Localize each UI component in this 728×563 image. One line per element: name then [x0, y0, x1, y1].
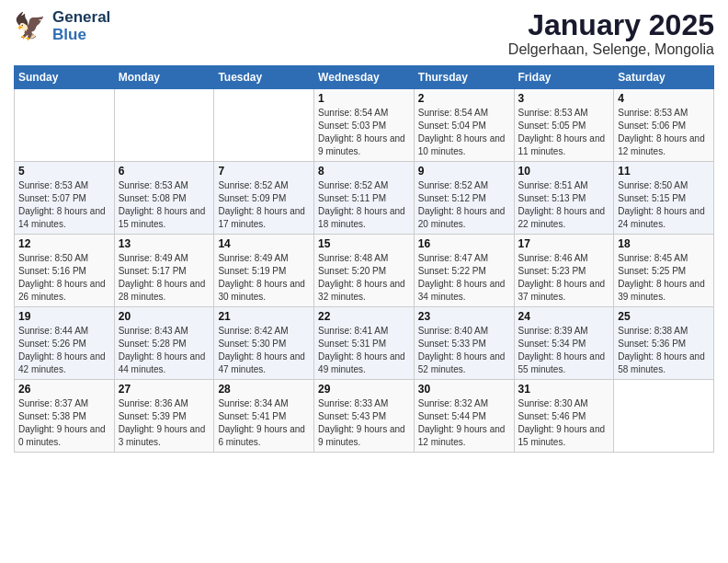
calendar-header: Sunday Monday Tuesday Wednesday Thursday…	[15, 66, 714, 89]
calendar-title: January 2025	[508, 9, 714, 41]
day-info: Sunrise: 8:49 AM Sunset: 5:19 PM Dayligh…	[218, 252, 310, 304]
calendar-cell: 30Sunrise: 8:32 AM Sunset: 5:44 PM Dayli…	[414, 380, 514, 453]
day-info: Sunrise: 8:49 AM Sunset: 5:17 PM Dayligh…	[119, 252, 210, 304]
calendar-cell: 26Sunrise: 8:37 AM Sunset: 5:38 PM Dayli…	[15, 380, 115, 453]
calendar-cell: 12Sunrise: 8:50 AM Sunset: 5:16 PM Dayli…	[15, 235, 115, 307]
calendar-cell: 22Sunrise: 8:41 AM Sunset: 5:31 PM Dayli…	[314, 307, 415, 380]
calendar-subtitle: Delgerhaan, Selenge, Mongolia	[508, 41, 714, 58]
day-number: 25	[618, 310, 710, 323]
day-number: 14	[218, 237, 310, 250]
calendar-cell: 2Sunrise: 8:54 AM Sunset: 5:04 PM Daylig…	[414, 89, 514, 162]
day-info: Sunrise: 8:30 AM Sunset: 5:46 PM Dayligh…	[518, 397, 610, 449]
day-info: Sunrise: 8:32 AM Sunset: 5:44 PM Dayligh…	[418, 397, 510, 449]
calendar-cell: 4Sunrise: 8:53 AM Sunset: 5:06 PM Daylig…	[614, 89, 714, 162]
day-info: Sunrise: 8:53 AM Sunset: 5:06 PM Dayligh…	[618, 107, 710, 158]
header-tuesday: Tuesday	[214, 66, 314, 89]
calendar-cell: 27Sunrise: 8:36 AM Sunset: 5:39 PM Dayli…	[114, 380, 214, 453]
day-info: Sunrise: 8:52 AM Sunset: 5:12 PM Dayligh…	[418, 179, 510, 231]
day-info: Sunrise: 8:42 AM Sunset: 5:30 PM Dayligh…	[218, 325, 310, 376]
day-number: 9	[418, 165, 510, 178]
calendar-cell: 17Sunrise: 8:46 AM Sunset: 5:23 PM Dayli…	[514, 235, 614, 307]
day-number: 3	[518, 92, 610, 105]
calendar-cell: 19Sunrise: 8:44 AM Sunset: 5:26 PM Dayli…	[15, 307, 115, 380]
day-info: Sunrise: 8:48 AM Sunset: 5:20 PM Dayligh…	[318, 252, 410, 304]
calendar-cell: 10Sunrise: 8:51 AM Sunset: 5:13 PM Dayli…	[514, 162, 614, 235]
day-info: Sunrise: 8:50 AM Sunset: 5:15 PM Dayligh…	[618, 179, 710, 231]
day-number: 15	[318, 237, 410, 250]
day-number: 23	[418, 310, 510, 323]
day-number: 10	[518, 165, 610, 178]
day-number: 22	[318, 310, 410, 323]
calendar-cell: 13Sunrise: 8:49 AM Sunset: 5:17 PM Dayli…	[114, 235, 214, 307]
day-number: 29	[318, 383, 410, 396]
calendar-cell: 14Sunrise: 8:49 AM Sunset: 5:19 PM Dayli…	[214, 235, 314, 307]
day-info: Sunrise: 8:53 AM Sunset: 5:05 PM Dayligh…	[518, 107, 610, 158]
header-saturday: Saturday	[614, 66, 714, 89]
calendar-cell	[614, 380, 714, 453]
day-number: 28	[218, 383, 310, 396]
day-info: Sunrise: 8:36 AM Sunset: 5:39 PM Dayligh…	[119, 397, 210, 449]
svg-text:🦅: 🦅	[14, 11, 46, 41]
calendar-cell: 5Sunrise: 8:53 AM Sunset: 5:07 PM Daylig…	[15, 162, 115, 235]
calendar-week-3: 12Sunrise: 8:50 AM Sunset: 5:16 PM Dayli…	[15, 235, 714, 307]
day-number: 7	[218, 165, 310, 178]
calendar-cell: 9Sunrise: 8:52 AM Sunset: 5:12 PM Daylig…	[414, 162, 514, 235]
day-info: Sunrise: 8:46 AM Sunset: 5:23 PM Dayligh…	[518, 252, 610, 304]
day-number: 13	[119, 237, 210, 250]
day-info: Sunrise: 8:52 AM Sunset: 5:11 PM Dayligh…	[318, 179, 410, 231]
calendar-cell: 16Sunrise: 8:47 AM Sunset: 5:22 PM Dayli…	[414, 235, 514, 307]
day-number: 17	[518, 237, 610, 250]
calendar-cell	[15, 89, 115, 162]
logo-line2: Blue	[52, 27, 110, 44]
day-number: 4	[618, 92, 710, 105]
day-number: 30	[418, 383, 510, 396]
header: 🦅 General Blue January 2025 Delgerhaan, …	[14, 9, 714, 58]
calendar-cell	[214, 89, 314, 162]
header-friday: Friday	[514, 66, 614, 89]
day-info: Sunrise: 8:34 AM Sunset: 5:41 PM Dayligh…	[218, 397, 310, 449]
day-number: 5	[18, 165, 110, 178]
calendar-cell: 21Sunrise: 8:42 AM Sunset: 5:30 PM Dayli…	[214, 307, 314, 380]
day-info: Sunrise: 8:39 AM Sunset: 5:34 PM Dayligh…	[518, 325, 610, 376]
day-info: Sunrise: 8:37 AM Sunset: 5:38 PM Dayligh…	[18, 397, 110, 449]
header-row: Sunday Monday Tuesday Wednesday Thursday…	[15, 66, 714, 89]
calendar-cell	[114, 89, 214, 162]
calendar-cell: 6Sunrise: 8:53 AM Sunset: 5:08 PM Daylig…	[114, 162, 214, 235]
day-info: Sunrise: 8:47 AM Sunset: 5:22 PM Dayligh…	[418, 252, 510, 304]
day-info: Sunrise: 8:45 AM Sunset: 5:25 PM Dayligh…	[618, 252, 710, 304]
day-number: 11	[618, 165, 710, 178]
logo: 🦅 General Blue	[14, 9, 110, 44]
day-number: 18	[618, 237, 710, 250]
logo-bird-icon: 🦅	[14, 9, 49, 44]
day-number: 19	[18, 310, 110, 323]
day-number: 8	[318, 165, 410, 178]
calendar-cell: 29Sunrise: 8:33 AM Sunset: 5:43 PM Dayli…	[314, 380, 415, 453]
day-number: 1	[318, 92, 410, 105]
day-number: 21	[218, 310, 310, 323]
logo-line1: General	[52, 9, 110, 27]
day-number: 20	[119, 310, 210, 323]
calendar-cell: 18Sunrise: 8:45 AM Sunset: 5:25 PM Dayli…	[614, 235, 714, 307]
day-info: Sunrise: 8:40 AM Sunset: 5:33 PM Dayligh…	[418, 325, 510, 376]
calendar-cell: 1Sunrise: 8:54 AM Sunset: 5:03 PM Daylig…	[314, 89, 415, 162]
day-number: 27	[119, 383, 210, 396]
day-info: Sunrise: 8:53 AM Sunset: 5:08 PM Dayligh…	[119, 179, 210, 231]
calendar-cell: 31Sunrise: 8:30 AM Sunset: 5:46 PM Dayli…	[514, 380, 614, 453]
calendar-week-4: 19Sunrise: 8:44 AM Sunset: 5:26 PM Dayli…	[15, 307, 714, 380]
calendar-week-5: 26Sunrise: 8:37 AM Sunset: 5:38 PM Dayli…	[15, 380, 714, 453]
page: 🦅 General Blue January 2025 Delgerhaan, …	[0, 0, 728, 563]
calendar-cell: 15Sunrise: 8:48 AM Sunset: 5:20 PM Dayli…	[314, 235, 415, 307]
day-info: Sunrise: 8:52 AM Sunset: 5:09 PM Dayligh…	[218, 179, 310, 231]
day-info: Sunrise: 8:43 AM Sunset: 5:28 PM Dayligh…	[119, 325, 210, 376]
calendar-cell: 24Sunrise: 8:39 AM Sunset: 5:34 PM Dayli…	[514, 307, 614, 380]
calendar-cell: 11Sunrise: 8:50 AM Sunset: 5:15 PM Dayli…	[614, 162, 714, 235]
day-info: Sunrise: 8:53 AM Sunset: 5:07 PM Dayligh…	[18, 179, 110, 231]
day-number: 16	[418, 237, 510, 250]
title-block: January 2025 Delgerhaan, Selenge, Mongol…	[508, 9, 714, 58]
calendar-cell: 7Sunrise: 8:52 AM Sunset: 5:09 PM Daylig…	[214, 162, 314, 235]
header-thursday: Thursday	[414, 66, 514, 89]
day-number: 2	[418, 92, 510, 105]
header-wednesday: Wednesday	[314, 66, 415, 89]
calendar-week-2: 5Sunrise: 8:53 AM Sunset: 5:07 PM Daylig…	[15, 162, 714, 235]
day-info: Sunrise: 8:50 AM Sunset: 5:16 PM Dayligh…	[18, 252, 110, 304]
